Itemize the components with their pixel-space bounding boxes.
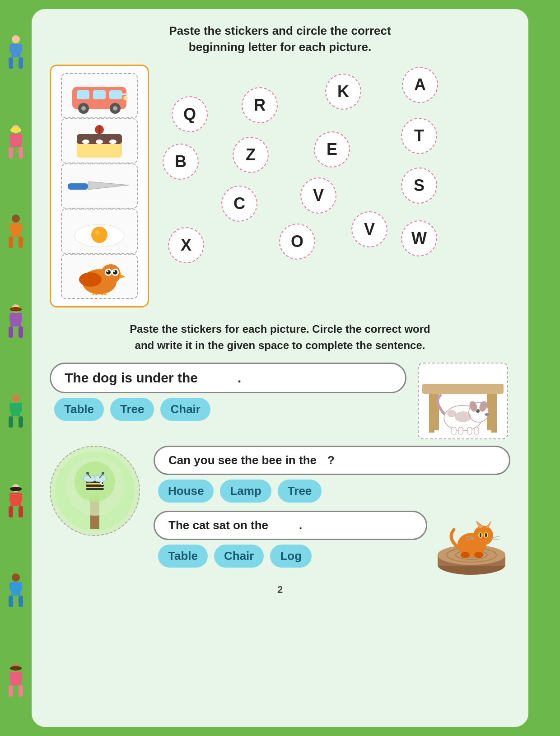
svg-point-101: [485, 413, 489, 416]
svg-rect-50: [9, 672, 13, 681]
sentence2-section: Can you see the bee in the ? House Lamp …: [154, 446, 510, 503]
svg-point-81: [113, 270, 117, 275]
sentence3-options: Table Chair Log: [158, 545, 427, 568]
svg-point-115: [94, 475, 107, 482]
top-instruction: Paste the stickers and circle the correc…: [50, 23, 510, 56]
svg-rect-105: [474, 427, 479, 434]
svg-rect-23: [19, 326, 23, 338]
svg-point-96: [447, 410, 456, 417]
svg-point-119: [102, 472, 104, 475]
svg-rect-12: [19, 134, 22, 143]
sentence3-word-chair[interactable]: Chair: [214, 545, 264, 568]
letter-C[interactable]: C: [221, 186, 257, 222]
svg-rect-10: [19, 147, 23, 158]
sticker-slot-bus: [61, 73, 138, 118]
letter-V1[interactable]: V: [300, 177, 336, 214]
sentence1-punct: .: [238, 370, 241, 386]
svg-marker-70: [88, 182, 129, 190]
svg-point-57: [81, 106, 86, 111]
page-number: 2: [50, 584, 510, 596]
svg-point-59: [113, 106, 117, 111]
svg-point-65: [96, 140, 103, 144]
sentence3-punct: .: [299, 518, 302, 532]
svg-point-82: [113, 270, 115, 272]
svg-marker-133: [486, 522, 490, 528]
svg-rect-17: [9, 223, 13, 232]
sentence2-box: Can you see the bee in the ?: [154, 446, 510, 475]
letter-R[interactable]: R: [242, 87, 278, 123]
svg-rect-92: [422, 384, 504, 394]
cat-log-image: [434, 511, 510, 580]
svg-rect-55: [109, 90, 122, 99]
sentence3-left: The cat sat on the . Table Chair Log: [154, 511, 427, 568]
svg-rect-24: [9, 313, 13, 322]
sentence2-word-tree[interactable]: Tree: [278, 480, 322, 503]
sentence2-word-house[interactable]: House: [158, 480, 214, 503]
sentence3-text: The cat sat on the: [168, 518, 268, 532]
sentence1-word-chair[interactable]: Chair: [160, 398, 210, 421]
svg-rect-31: [19, 403, 22, 412]
sentence1-text: The dog is under the: [65, 370, 198, 386]
svg-rect-54: [93, 90, 106, 99]
svg-rect-30: [9, 403, 13, 412]
sentence3-word-table[interactable]: Table: [158, 545, 208, 568]
letter-A[interactable]: A: [402, 67, 438, 103]
letter-W[interactable]: W: [401, 220, 437, 256]
sticker-slot-bird: [61, 254, 138, 299]
svg-point-0: [12, 35, 20, 43]
sentence2-text: Can you see the bee in the: [168, 453, 317, 467]
letter-E[interactable]: E: [314, 131, 350, 168]
letter-Z[interactable]: Z: [233, 137, 269, 173]
svg-rect-25: [19, 313, 22, 322]
letter-K[interactable]: K: [325, 74, 361, 110]
sentence3-word-log[interactable]: Log: [270, 545, 312, 568]
svg-rect-61: [121, 93, 128, 95]
letter-Q[interactable]: Q: [172, 96, 208, 132]
side-figures: [0, 0, 32, 736]
letter-O[interactable]: O: [279, 224, 315, 260]
letter-X[interactable]: X: [168, 227, 204, 263]
bottom-instruction: Paste the stickers for each picture. Cir…: [50, 321, 510, 354]
sticker-slot-egg: [61, 209, 138, 254]
letter-S[interactable]: S: [401, 168, 437, 204]
main-content: Paste the stickers and circle the correc…: [32, 9, 528, 727]
sentence1-left: The dog is under the . Table Tree Chair: [50, 363, 406, 421]
svg-point-26: [12, 394, 20, 402]
sentence1-word-table[interactable]: Table: [54, 398, 104, 421]
svg-point-76: [79, 272, 102, 287]
svg-rect-36: [19, 506, 23, 517]
svg-rect-41: [9, 596, 13, 607]
figure-4: [5, 305, 27, 341]
svg-rect-43: [9, 582, 13, 591]
sentence2-options: House Lamp Tree: [158, 480, 510, 503]
svg-rect-35: [9, 506, 13, 517]
figure-1: [5, 36, 27, 72]
svg-rect-37: [9, 493, 13, 502]
svg-point-117: [102, 482, 103, 484]
svg-rect-42: [19, 596, 23, 607]
svg-point-64: [82, 140, 89, 144]
svg-rect-103: [458, 427, 463, 434]
sentence1-word-tree[interactable]: Tree: [110, 398, 154, 421]
sentence3-row: The cat sat on the . Table Chair Log: [154, 511, 510, 580]
svg-rect-49: [19, 685, 23, 697]
svg-point-60: [123, 96, 128, 100]
svg-rect-44: [19, 582, 22, 591]
letter-T[interactable]: T: [401, 118, 437, 154]
letter-B[interactable]: B: [163, 144, 199, 180]
sentence1-box: The dog is under the .: [50, 363, 406, 393]
middle-row: Can you see the bee in the ? House Lamp …: [50, 446, 510, 580]
svg-rect-113: [86, 488, 104, 490]
svg-point-73: [95, 230, 99, 235]
svg-rect-69: [68, 183, 88, 190]
sticker-box: [50, 65, 149, 307]
sentence2-word-lamp[interactable]: Lamp: [220, 480, 271, 503]
svg-point-137: [485, 533, 487, 537]
svg-rect-102: [452, 427, 456, 434]
figure-7: [5, 574, 27, 610]
letter-V2[interactable]: V: [351, 211, 387, 247]
bee-image-container: [50, 446, 145, 536]
svg-point-79: [107, 270, 108, 272]
dog-table-image: [418, 363, 508, 439]
svg-point-66: [109, 140, 117, 144]
